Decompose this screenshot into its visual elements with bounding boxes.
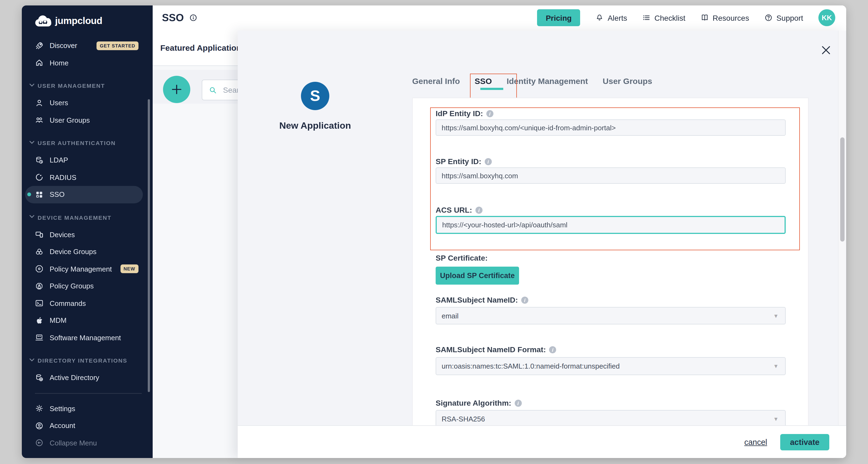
signature-algorithm-select[interactable]: RSA-SHA256 ▼ bbox=[436, 410, 786, 426]
sp-entity-id-label: SP Entity ID: i bbox=[436, 156, 492, 167]
activate-button[interactable]: activate bbox=[780, 434, 829, 450]
brand-logo[interactable]: jumpcloud bbox=[35, 15, 102, 27]
sidebar-item-devices[interactable]: Devices bbox=[25, 226, 143, 243]
sidebar-section-device-management[interactable]: DEVICE MANAGEMENT bbox=[22, 209, 153, 226]
samlsubject-nameid-format-label: SAMLSubject NameID Format: i bbox=[436, 344, 556, 355]
header-item-support[interactable]: Support bbox=[765, 13, 803, 22]
info-icon[interactable] bbox=[189, 13, 197, 22]
sidebar-item-label: Policy Management bbox=[50, 265, 112, 273]
sidebar-item-discover[interactable]: Discover GET STARTED bbox=[25, 37, 143, 54]
new-badge: NEW bbox=[120, 265, 138, 273]
tab-identity-management[interactable]: Identity Management bbox=[506, 76, 588, 86]
cancel-button[interactable]: cancel bbox=[744, 438, 767, 446]
terminal-icon bbox=[35, 299, 43, 308]
active-dot bbox=[27, 193, 31, 196]
idp-entity-id-input[interactable] bbox=[436, 119, 786, 136]
samlsubject-nameid-label: SAMLSubject NameID: i bbox=[436, 295, 528, 305]
sidebar-item-commands[interactable]: Commands bbox=[25, 295, 143, 312]
tab-user-groups[interactable]: User Groups bbox=[603, 76, 652, 86]
get-started-badge: GET STARTED bbox=[96, 41, 138, 50]
close-icon[interactable] bbox=[821, 45, 831, 55]
sidebar-item-label: Policy Groups bbox=[50, 282, 94, 290]
sidebar-item-mdm[interactable]: MDM bbox=[25, 312, 143, 329]
sidebar-item-collapse-menu[interactable]: Collapse Menu bbox=[25, 434, 143, 452]
modal-footer: cancel activate bbox=[238, 425, 846, 458]
caret-down-icon: ▼ bbox=[773, 416, 779, 422]
page-title: SSO bbox=[162, 5, 197, 30]
header-actions: Pricing Alerts Checklist Resources Suppo… bbox=[537, 5, 835, 30]
sidebar-item-label: User Groups bbox=[50, 116, 90, 124]
samlsubject-nameid-select[interactable]: email ▼ bbox=[436, 307, 786, 324]
sidebar-item-label: Devices bbox=[50, 230, 75, 239]
user-icon bbox=[35, 99, 43, 107]
info-icon[interactable]: i bbox=[486, 110, 493, 117]
sidebar-item-settings[interactable]: Settings bbox=[25, 400, 143, 417]
devices-icon bbox=[35, 230, 43, 239]
sidebar-section-directory-integrations[interactable]: DIRECTORY INTEGRATIONS bbox=[22, 352, 153, 369]
chevron-down-icon bbox=[29, 84, 34, 88]
stage: jumpcloud Discover GET STARTED Home USER bbox=[0, 0, 868, 464]
sidebar-item-software-management[interactable]: Software Management bbox=[25, 329, 143, 346]
info-icon[interactable]: i bbox=[549, 346, 556, 353]
sidebar-item-sso[interactable]: SSO bbox=[25, 186, 143, 203]
upload-sp-certificate-button[interactable]: Upload SP Certificate bbox=[436, 267, 519, 285]
sso-config-form: IdP Entity ID: i SP Entity ID: i ACS URL… bbox=[412, 98, 809, 426]
header-item-alerts[interactable]: Alerts bbox=[596, 13, 627, 22]
info-icon[interactable]: i bbox=[475, 206, 483, 213]
sso-grid-icon bbox=[35, 190, 43, 199]
sidebar-item-home[interactable]: Home bbox=[25, 54, 143, 71]
sidebar-section-user-authentication[interactable]: USER AUTHENTICATION bbox=[22, 134, 153, 152]
ldap-database-icon bbox=[35, 156, 43, 165]
sidebar-item-policy-groups[interactable]: Policy Groups bbox=[25, 278, 143, 295]
sidebar-item-account[interactable]: Account bbox=[25, 417, 143, 434]
add-application-button[interactable] bbox=[163, 76, 190, 103]
software-icon bbox=[35, 333, 43, 342]
pricing-button[interactable]: Pricing bbox=[537, 9, 580, 26]
header-item-checklist[interactable]: Checklist bbox=[642, 13, 685, 22]
sidebar-item-users[interactable]: Users bbox=[25, 94, 143, 112]
info-icon[interactable]: i bbox=[515, 399, 522, 406]
chevron-down-icon bbox=[29, 215, 34, 220]
sidebar-item-label: Commands bbox=[50, 299, 86, 308]
info-icon[interactable]: i bbox=[485, 158, 492, 165]
tab-sso[interactable]: SSO bbox=[475, 76, 492, 86]
sidebar-item-active-directory[interactable]: Active Directory bbox=[25, 369, 143, 386]
sidebar-item-label: Home bbox=[50, 59, 68, 67]
sidebar-item-label: Collapse Menu bbox=[50, 439, 97, 447]
sidebar-item-label: Discover bbox=[50, 42, 77, 50]
apple-icon bbox=[35, 316, 43, 325]
sidebar-item-user-groups[interactable]: User Groups bbox=[25, 112, 143, 129]
sidebar-item-label: Account bbox=[50, 422, 75, 430]
samlsubject-nameid-format-select[interactable]: urn:oasis:names:tc:SAML:1.0:nameid-forma… bbox=[436, 357, 786, 375]
policy-management-icon bbox=[35, 265, 43, 273]
tab-general-info[interactable]: General Info bbox=[412, 76, 460, 86]
chevron-down-icon bbox=[29, 358, 34, 363]
sidebar-item-policy-management[interactable]: Policy Management NEW bbox=[25, 260, 143, 278]
collapse-arrow-icon bbox=[35, 439, 43, 447]
sidebar-item-label: Software Management bbox=[50, 334, 121, 342]
application-logo: S bbox=[301, 82, 329, 110]
sidebar-section-user-management[interactable]: USER MANAGEMENT bbox=[22, 77, 153, 94]
acs-url-input[interactable] bbox=[436, 216, 786, 234]
sidebar: jumpcloud Discover GET STARTED Home USER bbox=[22, 5, 153, 458]
sidebar-item-device-groups[interactable]: Device Groups bbox=[25, 243, 143, 260]
radius-icon bbox=[35, 173, 43, 182]
policy-groups-icon bbox=[35, 282, 43, 290]
header-item-resources[interactable]: Resources bbox=[701, 13, 749, 22]
sp-entity-id-input[interactable] bbox=[436, 167, 786, 184]
idp-entity-id-label: IdP Entity ID: i bbox=[436, 108, 493, 119]
sidebar-item-radius[interactable]: RADIUS bbox=[25, 169, 143, 186]
checklist-icon bbox=[642, 13, 650, 22]
sidebar-scrollbar[interactable] bbox=[148, 99, 150, 392]
sidebar-item-ldap[interactable]: LDAP bbox=[25, 152, 143, 169]
active-tab-underline bbox=[480, 88, 503, 90]
modal-scrollbar-thumb[interactable] bbox=[840, 137, 844, 242]
caret-down-icon: ▼ bbox=[773, 313, 779, 319]
chevron-down-icon bbox=[29, 141, 34, 146]
info-icon[interactable]: i bbox=[521, 296, 528, 303]
question-circle-icon bbox=[765, 13, 773, 22]
book-icon bbox=[701, 13, 709, 22]
avatar[interactable]: KK bbox=[818, 9, 835, 26]
device-groups-icon bbox=[35, 248, 43, 256]
home-icon bbox=[35, 59, 43, 67]
